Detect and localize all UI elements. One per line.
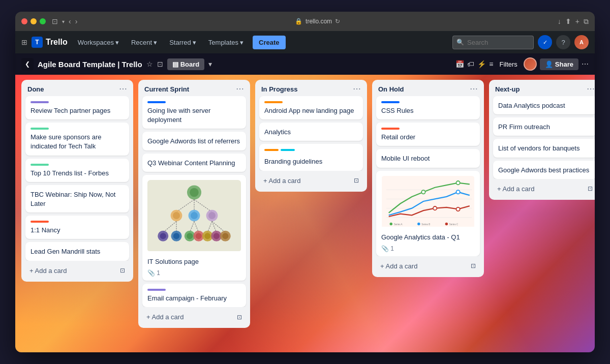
card-mobile-ui[interactable]: Mobile UI reboot	[376, 149, 480, 167]
add-card-template-icon: ⊡	[120, 267, 125, 274]
list-done: Done ⋯ Review Tech partner pages Make su…	[21, 80, 133, 282]
sidebar-toggle-icon[interactable]: ⊡	[52, 17, 58, 25]
board-view-button[interactable]: ▤ Board	[167, 58, 205, 70]
download-icon[interactable]: ↓	[558, 17, 561, 26]
card-title: Email campaign - February	[147, 294, 241, 303]
trello-logo[interactable]: T Trello	[32, 37, 68, 48]
card-nancy[interactable]: 1:1 Nancy	[25, 216, 129, 239]
card-google-adwords-best[interactable]: Google Adwords best practices	[493, 161, 595, 179]
add-card-progress[interactable]: + Add a card ⊡	[259, 174, 363, 188]
share-icon: 👤	[545, 60, 553, 68]
list-next-title: Next-up	[495, 85, 520, 93]
grid-icon[interactable]: ⊞	[21, 38, 27, 46]
list-progress-menu[interactable]: ⋯	[353, 85, 361, 93]
refresh-icon[interactable]: ↻	[335, 18, 340, 25]
add-card-done[interactable]: + Add a card ⊡	[25, 264, 129, 278]
workspaces-menu[interactable]: Workspaces ▾	[74, 37, 123, 48]
lightning-icon[interactable]: ⚡	[477, 60, 486, 68]
list-in-progress: In Progress ⋯ Android App new landing pa…	[255, 80, 367, 192]
templates-menu[interactable]: Templates ▾	[204, 37, 248, 48]
list-done-cards: Review Tech partner pages Make sure spon…	[21, 96, 133, 261]
flag-icon[interactable]: 🏷	[467, 60, 474, 68]
filter-icon[interactable]: ≡	[489, 60, 493, 68]
card-title: Going live with server deployment	[147, 106, 241, 125]
board-member-avatar[interactable]	[524, 57, 537, 71]
card-label-orange	[264, 101, 283, 103]
add-card-sprint[interactable]: + Add a card ⊡	[142, 310, 246, 324]
card-it-solutions[interactable]: IT Solutions page 📎 1	[142, 175, 246, 281]
search-input[interactable]	[452, 36, 534, 49]
list-hold-cards: CSS Rules Retail order Mobile UI reboot	[372, 96, 484, 256]
recent-chevron: ▾	[154, 39, 157, 46]
card-google-analytics[interactable]: Series A Series B Series C Google Analyt…	[376, 171, 480, 256]
notifications-button[interactable]: ✓	[538, 35, 552, 49]
card-title: Google Adwords best practices	[498, 166, 592, 175]
add-card-hold[interactable]: + Add a card ⊡	[376, 259, 480, 273]
trello-icon: ✓	[543, 39, 547, 46]
card-webinar[interactable]: TBC Webinar: Ship Now, Not Later	[25, 185, 129, 213]
card-data-analytics-podcast[interactable]: Data Analytics podcast	[493, 96, 595, 114]
card-review-tech[interactable]: Review Tech partner pages	[25, 96, 129, 119]
share-icon[interactable]: ⬆	[565, 17, 571, 26]
svg-text:Series C: Series C	[449, 223, 459, 226]
card-css-rules[interactable]: CSS Rules	[376, 96, 480, 119]
card-label-blue	[381, 101, 400, 103]
list-done-title: Done	[27, 85, 44, 93]
card-trends[interactable]: Top 10 Trends list - Forbes	[25, 159, 129, 182]
close-button[interactable]	[21, 18, 27, 24]
svg-point-23	[187, 233, 193, 239]
new-tab-icon[interactable]: +	[575, 17, 580, 26]
card-adwords[interactable]: Google Adwords list of referrers	[142, 132, 246, 150]
card-email-campaign[interactable]: Email campaign - February	[142, 284, 246, 307]
svg-text:Series A: Series A	[394, 223, 403, 226]
back-icon[interactable]: ‹	[69, 17, 71, 25]
help-button[interactable]: ?	[556, 35, 570, 49]
org-chart-svg	[147, 180, 241, 251]
calendar-icon[interactable]: 📅	[455, 60, 464, 68]
card-branding[interactable]: Branding guidelines	[259, 144, 363, 170]
svg-line-17	[212, 221, 225, 232]
url-bar[interactable]: 🔒 trello.com ↻	[77, 18, 557, 25]
list-hold-footer: + Add a card ⊡	[372, 256, 484, 277]
list-next-up: Next-up ⋯ Data Analytics podcast PR Firm…	[489, 80, 595, 200]
card-analytics[interactable]: Analytics	[259, 123, 363, 141]
card-pr-outreach[interactable]: PR Firm outreach	[493, 117, 595, 136]
recent-menu[interactable]: Recent ▾	[127, 37, 161, 48]
card-vendors-banquets[interactable]: List of vendors for banquets	[493, 139, 595, 157]
analytics-chart-svg: Series A Series B Series C	[381, 176, 475, 227]
svg-point-40	[433, 206, 437, 210]
card-label-green	[30, 128, 49, 130]
list-current-sprint: Current Sprint ⋯ Going live with server …	[138, 80, 250, 328]
svg-point-8	[191, 212, 198, 219]
card-sponsors[interactable]: Make sure sponsors are indicated for Tec…	[25, 123, 129, 155]
create-button[interactable]: Create	[253, 36, 285, 49]
list-hold-menu[interactable]: ⋯	[470, 85, 478, 93]
list-next-menu[interactable]: ⋯	[587, 85, 595, 93]
card-android-app[interactable]: Android App new landing page	[259, 96, 363, 119]
list-sprint-menu[interactable]: ⋯	[236, 85, 244, 93]
list-sprint-header: Current Sprint ⋯	[138, 80, 250, 96]
more-views-icon[interactable]: ▾	[208, 60, 212, 68]
attachment-icon: 📎 1	[147, 269, 160, 277]
fullscreen-button[interactable]	[40, 18, 46, 24]
svg-point-29	[214, 233, 220, 239]
card-retail-order[interactable]: Retail order	[376, 123, 480, 146]
share-button[interactable]: 👤 Share	[540, 58, 578, 70]
svg-point-19	[160, 233, 166, 239]
card-webinar-q3[interactable]: Q3 Webinar Content Planning	[142, 154, 246, 172]
filters-button[interactable]: Filters	[496, 58, 520, 70]
user-avatar[interactable]: A	[574, 35, 589, 49]
more-options-icon[interactable]: ⋯	[582, 60, 589, 68]
add-card-next[interactable]: + Add a card ⊡	[493, 182, 595, 196]
trello-logo-icon: T	[32, 37, 43, 48]
card-server-deploy[interactable]: Going live with server deployment	[142, 96, 246, 129]
card-lead-gen[interactable]: Lead Gen Mandrill stats	[25, 242, 129, 260]
starred-menu[interactable]: Starred ▾	[165, 37, 200, 48]
collapse-sidebar-button[interactable]: ❮	[21, 58, 34, 70]
tabs-icon[interactable]: ⧉	[584, 17, 589, 26]
card-title: Q3 Webinar Content Planning	[147, 159, 241, 168]
minimize-button[interactable]	[30, 18, 37, 24]
star-board-icon[interactable]: ☆	[146, 60, 153, 68]
list-done-menu[interactable]: ⋯	[119, 85, 127, 93]
board-info-icon[interactable]: ⊡	[157, 60, 163, 68]
